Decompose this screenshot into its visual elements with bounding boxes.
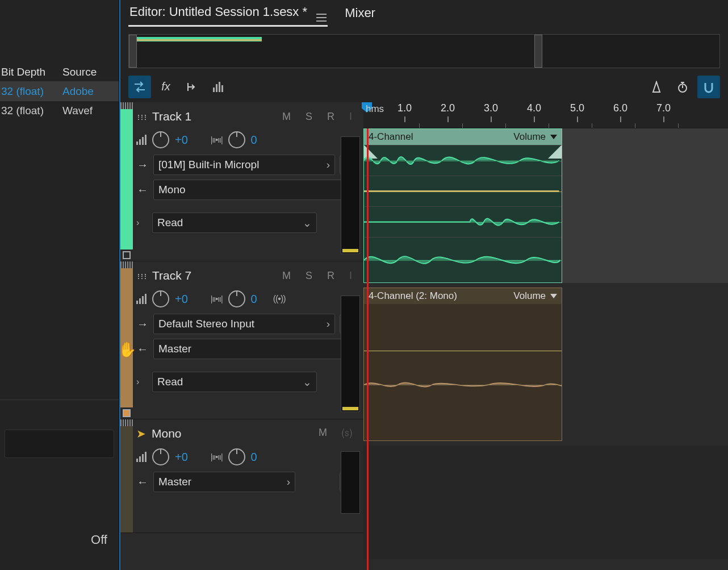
mute-button[interactable]: M	[282, 111, 291, 123]
track-grip[interactable]	[120, 419, 133, 426]
clip-volume-label[interactable]: Volume	[513, 131, 546, 143]
timeline-content[interactable]: hms 1.02.03.04.05.06.07.0 4-Channel Volu…	[363, 102, 728, 570]
solo-button[interactable]: ⒮	[342, 427, 352, 440]
mute-button[interactable]: M	[319, 427, 327, 440]
input-selector[interactable]: [01M] Built-in Micropl ›	[153, 155, 335, 175]
clip-volume-label[interactable]: Volume	[513, 290, 546, 302]
track-grip[interactable]	[120, 261, 133, 268]
playhead-line[interactable]	[367, 128, 369, 570]
volume-icon	[136, 294, 147, 304]
output-selector[interactable]: Mono ›	[153, 180, 359, 200]
clip-track1[interactable]: 4-Channel Volume	[363, 128, 562, 283]
chevron-down-icon: ⌄	[303, 217, 312, 230]
pan-knob[interactable]	[228, 131, 245, 148]
file-source: Adobe	[62, 85, 119, 98]
volume-value[interactable]: +0	[175, 134, 188, 147]
chevron-down-icon[interactable]	[550, 294, 557, 298]
pan-value[interactable]: 0	[251, 451, 257, 464]
automation-mode: Read	[157, 376, 183, 388]
ruler-tick: 5.0	[570, 102, 584, 128]
monitor-live-icon[interactable]: ((•))	[273, 294, 286, 304]
level-meter	[341, 451, 360, 514]
bus-icon: ➤	[136, 427, 146, 440]
file-list-headers: Bit Depth Source	[0, 63, 119, 82]
inputs-outputs-button[interactable]	[128, 76, 151, 98]
ruler-unit: hms	[366, 103, 384, 115]
col-header-source[interactable]: Source	[62, 66, 119, 78]
output-label: Master	[158, 476, 191, 488]
time-ruler[interactable]: hms 1.02.03.04.05.06.07.0	[363, 102, 728, 128]
pan-knob[interactable]	[228, 290, 245, 307]
clip-title: 4-Channel (2: Mono)	[369, 290, 457, 302]
input-selector[interactable]: Default Stereo Input ›	[153, 314, 335, 334]
track-name[interactable]: Mono	[152, 427, 182, 440]
pan-icon: |ıı•ıı|	[211, 452, 223, 461]
snap-button[interactable]	[697, 76, 720, 98]
automation-expand[interactable]: ›	[136, 377, 147, 387]
tab-mixer[interactable]: Mixer	[344, 2, 376, 24]
track-select-box[interactable]	[123, 409, 131, 417]
overview-strip[interactable]	[120, 26, 728, 72]
track-header-track7: ⫶⫶⫶ Track 7 M S R I +0	[120, 261, 363, 419]
overview-handle-right[interactable]	[534, 35, 542, 68]
tab-editor[interactable]: Editor: Untitled Session 1.sesx *	[128, 0, 328, 27]
automation-expand[interactable]: ›	[136, 218, 147, 228]
automation-mode-selector[interactable]: Read ⌄	[152, 372, 317, 392]
ruler-tick: 1.0	[398, 102, 412, 128]
chevron-down-icon[interactable]	[550, 135, 557, 139]
track-color-strip[interactable]	[120, 268, 133, 407]
volume-value[interactable]: +0	[175, 293, 188, 306]
track-header-track1: ⫶⫶⫶ Track 1 M S R I +0	[120, 102, 363, 261]
ruler-tick: 4.0	[527, 102, 541, 128]
hand-cursor-icon: ✋	[118, 341, 136, 359]
pan-icon: |ıı•ıı|	[211, 294, 223, 303]
lower-panel-slot[interactable]	[5, 430, 114, 458]
output-selector[interactable]: Master ›	[153, 339, 359, 359]
monitor-button[interactable]: I	[349, 111, 352, 123]
monitor-button[interactable]: I	[349, 270, 352, 282]
pan-value[interactable]: 0	[251, 293, 257, 306]
effects-button[interactable]: fx	[154, 76, 177, 98]
track-select-box[interactable]	[123, 251, 131, 259]
timer-button[interactable]	[671, 76, 694, 98]
output-arrow-icon: ←	[136, 184, 149, 197]
off-label[interactable]: Off	[0, 521, 119, 570]
col-header-bitdepth[interactable]: Bit Depth	[0, 66, 62, 78]
record-button[interactable]: R	[327, 270, 334, 282]
track-name[interactable]: Track 7	[152, 269, 191, 282]
volume-knob[interactable]	[152, 448, 169, 465]
file-row[interactable]: 32 (float) Wavef	[0, 101, 119, 120]
track-color-strip[interactable]	[120, 426, 133, 532]
volume-value[interactable]: +0	[175, 451, 188, 464]
output-label: Master	[158, 343, 191, 355]
panel-menu-icon[interactable]	[316, 3, 327, 22]
solo-button[interactable]: S	[306, 111, 312, 123]
track-name[interactable]: Track 1	[152, 110, 191, 123]
file-bitdepth: 32 (float)	[0, 105, 62, 117]
track-color-strip[interactable]	[120, 109, 133, 249]
pan-value[interactable]: 0	[251, 134, 257, 147]
solo-button[interactable]: S	[306, 270, 312, 282]
output-arrow-icon: ←	[136, 343, 149, 356]
clip-track7[interactable]: 4-Channel (2: Mono) Volume	[363, 288, 562, 441]
output-label: Mono	[158, 184, 186, 196]
output-selector[interactable]: Master ›	[153, 472, 295, 492]
ruler-tick: 2.0	[441, 102, 455, 128]
tab-editor-label: Editor: Untitled Session 1.sesx *	[129, 4, 307, 18]
file-source: Wavef	[62, 105, 119, 117]
track-grip[interactable]	[120, 102, 133, 109]
automation-mode: Read	[157, 217, 183, 229]
pan-knob[interactable]	[228, 448, 245, 465]
mute-button[interactable]: M	[282, 270, 291, 282]
record-button[interactable]: R	[327, 111, 334, 123]
sends-button[interactable]	[181, 76, 203, 98]
automation-mode-selector[interactable]: Read ⌄	[152, 213, 317, 233]
eq-button[interactable]	[207, 76, 229, 98]
volume-knob[interactable]	[152, 290, 169, 307]
volume-icon	[136, 135, 147, 145]
volume-knob[interactable]	[152, 131, 169, 148]
overview-handle-left[interactable]	[129, 35, 137, 68]
chevron-right-icon: ›	[327, 159, 330, 171]
metronome-button[interactable]	[645, 76, 668, 98]
file-row[interactable]: 32 (float) Adobe	[0, 82, 119, 101]
